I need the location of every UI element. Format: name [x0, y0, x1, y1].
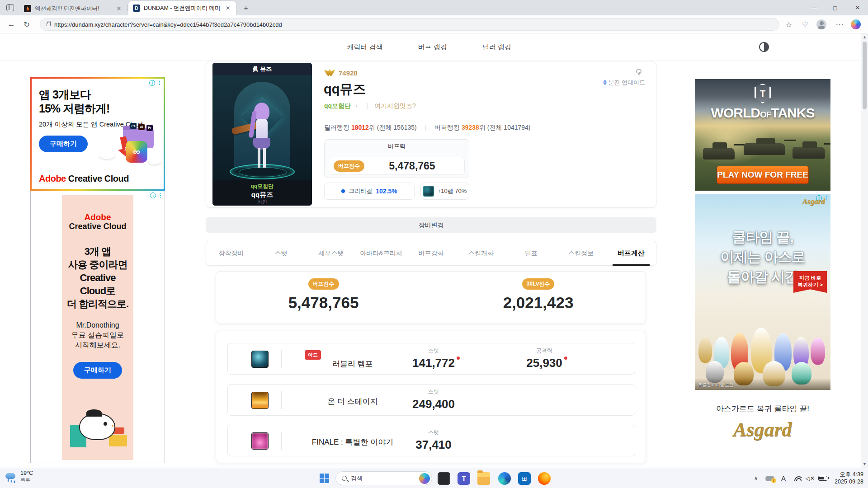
browser-essentials-icon[interactable]: ♡ [798, 15, 812, 33]
weather-desc: 폭우 [20, 477, 33, 483]
rain-cloud-icon [5, 471, 17, 482]
character-card-footer: qq모험단 qq뮤즈 카인 [212, 180, 312, 206]
critical-box: 크리티컬 102.5% [324, 183, 415, 200]
refresh-icon[interactable]: ↻ [20, 15, 33, 33]
skill-icon-lovely-tempo [251, 351, 269, 368]
tray-expand-icon[interactable]: ∧ [750, 468, 761, 488]
address-bar[interactable]: https://dundam.xyz/character?server=cain… [40, 18, 779, 31]
browser-tab-1[interactable]: 액션쾌감!!! 던전앤파이터! ✕ [19, 2, 127, 15]
browser-tab-2-active[interactable]: D DUNDAM - 던전앤파이터 데미지 ✕ [128, 1, 236, 15]
teams-icon[interactable]: T [458, 472, 470, 485]
adobe-brand-logo: Adobe Creative Cloud [39, 174, 129, 184]
stat-value: 37,410 [415, 438, 452, 452]
edge-browser-icon[interactable] [498, 472, 511, 485]
window-close-button[interactable]: ✕ [847, 0, 868, 15]
onedrive-warning-icon[interactable] [764, 468, 776, 488]
tab-buff-enhance[interactable]: 버프강화 [406, 241, 456, 265]
ad-adobe-skyscraper[interactable]: i⋮ Adobe Creative Cloud 3개 앱 사용 중이라면 Cre… [30, 191, 165, 463]
ad-headline: 앱 3개보다 15% 저렴하게! [39, 88, 109, 116]
firefox-icon[interactable] [538, 472, 551, 485]
update-label: 분전 업데이트 [608, 79, 645, 86]
start-button[interactable] [320, 474, 329, 483]
return-now-ribbon-button[interactable]: 지금 바로복귀하기 > [793, 271, 827, 293]
tab-buff-calc-active[interactable]: 버프계산 [606, 241, 656, 265]
stat-label: 스탯 [397, 347, 470, 355]
guild-name: 여기지원맞죠? [374, 102, 416, 109]
chevron-right-icon: › [355, 102, 358, 109]
file-explorer-icon[interactable] [477, 472, 490, 485]
tab-actions-icon[interactable] [6, 4, 14, 11]
ad-asgard[interactable]: i⋮ Asgard 쿨타임 끝, 이제는 아스로 돌아갈 시간 지금 바로복귀하… [695, 194, 830, 390]
settings-menu-icon[interactable]: ⋯ [833, 15, 846, 33]
weather-widget[interactable]: 19°C 폭우 [5, 470, 33, 483]
tab-avatar-creature[interactable]: 아바타&크리쳐 [356, 241, 406, 265]
tab-title: DUNDAM - 던전앤파이터 데미지 [144, 5, 221, 12]
character-refresh-icon[interactable]: ⟳ [634, 69, 644, 76]
ad-world-of-tanks[interactable]: T WORLDOFTANKS PLAY NOW FOR FREE [695, 79, 830, 191]
equipment-change-bar[interactable]: 장비변경 [206, 217, 656, 233]
buff-score-column: 버프점수 5,478,765 [216, 272, 431, 324]
ad-headline: 3개 앱 사용 중이라면 Creative Cloud로 더 합리적으로. [62, 245, 133, 310]
back-icon[interactable]: ← [5, 15, 18, 33]
skill-buff-box: +10렙 70% [420, 183, 469, 200]
url-text[interactable]: https://dundam.xyz/character?server=cain… [54, 21, 282, 28]
ime-language-indicator[interactable]: A [778, 468, 788, 488]
tab-detail-stats[interactable]: 세부스탯 [306, 241, 356, 265]
ad-adobe-banner[interactable]: i⋮ 앱 3개보다 15% 저렴하게! 20개 이상의 모든 앱 Creativ… [30, 77, 165, 191]
buff-score-value: 5,478,765 [364, 160, 460, 172]
scroll-down-icon[interactable]: ▼ [861, 462, 868, 466]
dnf-favicon-icon [24, 5, 31, 12]
tab-close-icon[interactable]: ✕ [115, 5, 123, 12]
nav-buff-ranking[interactable]: 버프 랭킹 [418, 43, 447, 52]
taskbar-clock[interactable]: 오후 4:39 2025-09-28 [835, 471, 863, 485]
site-header: 캐릭터 검색 버프 랭킹 딜러 랭킹 [0, 33, 868, 61]
window-minimize-button[interactable]: — [804, 0, 825, 15]
volume-muted-icon[interactable]: ◁✕ [805, 468, 816, 488]
skill-row-on-the-stage: 온 더 스테이지 스탯 249,400 [227, 384, 635, 416]
scroll-up-icon[interactable]: ▲ [861, 35, 868, 39]
ad-disclaimer: 확률형 아이템 포함 [698, 382, 733, 388]
clock-time: 오후 4:39 [835, 471, 863, 478]
tab-skill-bloom[interactable]: 스킬개화 [456, 241, 506, 265]
fame-value: 74928 [339, 69, 358, 77]
tab-skill-info[interactable]: 스킬정보 [556, 241, 606, 265]
character-figure-art [254, 103, 269, 121]
tab-equipment[interactable]: 장착장비 [206, 241, 256, 265]
app-icon-dark[interactable] [438, 472, 450, 485]
battery-icon[interactable] [816, 468, 829, 488]
stat-value: 141,772 [412, 356, 455, 370]
page-scrollbar[interactable]: ▲ ▼ [861, 33, 868, 468]
site-nav: 캐릭터 검색 버프 랭킹 딜러 랭킹 [347, 33, 511, 61]
ad-headline-line2: 이제는 아스로 [695, 248, 830, 267]
bing-copilot-icon[interactable] [419, 473, 430, 484]
adventure-group-link[interactable]: qq모험단 [324, 102, 351, 109]
taskbar-search[interactable]: 검색 [335, 471, 432, 485]
tank-illustration [793, 147, 825, 159]
new-tab-button[interactable]: ＋ [242, 4, 250, 13]
scrollbar-thumb[interactable] [863, 42, 867, 109]
profile-avatar[interactable] [815, 15, 828, 33]
tab-close-icon[interactable]: ✕ [224, 5, 231, 11]
dealer-rank-label: 딜러랭킹 [324, 124, 349, 131]
nav-dealer-ranking[interactable]: 딜러 랭킹 [482, 43, 511, 52]
microsoft-store-icon[interactable]: ⊞ [518, 472, 531, 485]
copilot-icon[interactable] [849, 15, 863, 33]
tab-damage-table[interactable]: 딜표 [506, 241, 556, 265]
nav-character-search[interactable]: 캐릭터 검색 [347, 43, 382, 52]
tab-stats[interactable]: 스탯 [256, 241, 307, 265]
wifi-icon[interactable] [792, 468, 804, 488]
adchoices-icon[interactable]: i⋮ [150, 192, 163, 198]
ad-buy-button[interactable]: 구매하기 [39, 136, 88, 152]
window-maximize-button[interactable]: ▢ [825, 0, 845, 15]
favorite-star-icon[interactable]: ☆ [782, 15, 796, 33]
adchoices-icon[interactable]: i⋮ [149, 80, 162, 86]
lv30-score-value: 2,021,423 [503, 294, 574, 312]
stat-label: 스탯 [397, 388, 470, 396]
skill-icon-on-the-stage [251, 392, 269, 409]
search-placeholder: 검색 [351, 474, 419, 483]
buff-score-row: 버프점수 5,478,765 [329, 157, 465, 175]
ad-buy-button[interactable]: 구매하기 [73, 362, 122, 379]
theme-toggle-icon[interactable] [759, 42, 769, 52]
awakening-badge: 아드 [305, 350, 321, 360]
wot-play-button[interactable]: PLAY NOW FOR FREE [717, 166, 809, 184]
